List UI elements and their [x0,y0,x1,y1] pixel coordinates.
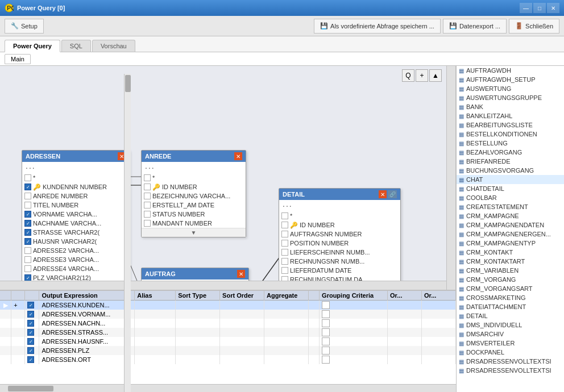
col-sort-order[interactable]: Sort Order [220,291,264,301]
col-aggregate[interactable]: Aggregate [264,291,309,301]
row-aggregate[interactable] [264,310,309,319]
table-row[interactable]: * [279,211,400,220]
row-grouping[interactable] [320,346,388,355]
data-export-button[interactable]: 💾 Datenexport ... [443,19,507,34]
canvas-vscrollbar[interactable] [446,66,455,290]
output-row[interactable]: ✓ ADRESSEN.STRASS... [0,328,456,337]
row-checkbox[interactable] [144,220,151,227]
row-check[interactable]: ✓ [25,319,39,328]
row-checkbox[interactable]: ✓ [24,211,31,218]
sidebar-item[interactable]: ▦ CRM_VORGANGSART [457,284,564,293]
sidebar-item[interactable]: ▦ DMSVERTEILER [457,339,564,348]
output-row[interactable]: ✓ ADRESSEN.NACHN... [0,319,456,328]
row-grouping[interactable] [320,319,388,328]
row-checkbox[interactable] [281,231,288,237]
table-row[interactable]: 🔑 ID NUMBER [279,220,400,230]
row-checkbox[interactable] [144,193,151,199]
sidebar-item[interactable]: ▦ DRSADRESSENVOLLTEXTSI [457,366,564,375]
detail-close-button[interactable]: ✕ [379,190,387,198]
sidebar-item-detail[interactable]: ▦ DETAIL [457,311,564,320]
row-grouping[interactable] [320,328,388,337]
col-output-expression[interactable]: Output Expression [39,291,135,301]
row-check[interactable]: ✓ [25,310,39,319]
sidebar-item[interactable]: ▦ AUSWERTUNGSGRUPPE [457,93,564,102]
sidebar-item[interactable]: ▦ CRM_KAMPAGNE [457,211,564,220]
table-row[interactable]: 🔑 ID NUMBER [142,182,246,191]
sidebar-item[interactable]: ▦ BESTELLUNG [457,139,564,148]
table-row[interactable]: ✓ STRASSE VARCHAR2( [22,228,129,237]
search-canvas-button[interactable]: Q [402,69,414,82]
tab-vorschau[interactable]: Vorschau [92,40,135,52]
sidebar-item[interactable]: ▦ DOCKPANEL [457,348,564,357]
tab-power-query[interactable]: Power Query [5,40,60,52]
output-hscrollbar[interactable] [0,384,456,392]
row-expand[interactable] [11,310,25,319]
sidebar-item[interactable]: ▦ CRM_KONTAKT [457,248,564,257]
row-checkbox[interactable]: ✓ [24,184,31,190]
table-row[interactable]: TITEL NUMBER [22,201,129,210]
table-row[interactable]: RECHNUNGSNR NUMB... [279,257,400,266]
table-row[interactable]: BEZEICHNUNG VARCHA... [142,191,246,201]
row-check[interactable]: ✓ [25,337,39,346]
row-sort-order[interactable] [220,310,264,319]
row-checkbox[interactable] [24,174,31,181]
output-row[interactable]: ✓ ADRESSEN.VORNAM... [0,310,456,319]
output-row[interactable]: ▶ + ✓ ADRESSEN.KUNDEN... [0,301,456,310]
sidebar-item[interactable]: ▦ CREATESTATEMENT [457,202,564,211]
table-row[interactable]: AUFTRAGSNR NUMBER [279,230,400,239]
maximize-button[interactable]: □ [533,3,546,13]
row-checkbox[interactable] [144,202,151,208]
sidebar-item[interactable]: ▦ DATEIATTACHMENT [457,302,564,311]
anrede-close-button[interactable]: ✕ [234,152,242,160]
row-checkbox[interactable]: ✓ [24,229,31,236]
sidebar-item[interactable]: ▦ CRM_KAMPAGNENTYP [457,239,564,248]
close-button[interactable]: 🚪 Schließen [509,19,559,34]
table-row[interactable]: ✓ HAUSNR VARCHAR2( [22,237,129,246]
table-row[interactable]: LIEFERDATUM DATE [279,266,400,275]
sidebar-item[interactable]: ▦ AUFTRAGWDH [457,66,564,75]
row-checkbox[interactable] [281,267,288,274]
row-checkbox[interactable] [24,193,31,199]
col-grouping[interactable]: Grouping Criteria [320,291,388,301]
row-expand[interactable] [11,319,25,328]
table-row[interactable]: MANDANT NUMBER [142,219,246,228]
row-checkbox[interactable] [281,212,288,219]
tab-sql[interactable]: SQL [61,40,91,52]
table-row[interactable]: ✓ 🔑 KUNDENNR NUMBER [22,182,129,191]
row-checkbox[interactable] [24,247,31,254]
row-alias[interactable] [135,310,176,319]
window-close-button[interactable]: ✕ [547,3,559,13]
sidebar-item[interactable]: ▦ AUFTRAGWDH_SETUP [457,75,564,84]
row-or1[interactable] [388,301,422,310]
table-row[interactable]: LIEFERSCHEINNR NUMB... [279,248,400,257]
row-checkbox[interactable] [24,202,31,208]
minimize-button[interactable]: — [520,3,532,13]
row-checkbox[interactable] [24,256,31,263]
output-row[interactable]: ✓ ADRESSEN.HAUSNF... [0,337,456,346]
auftrag-close-button[interactable]: ✕ [237,270,245,278]
save-query-button[interactable]: 💾 Als vordefinierte Abfrage speichern ..… [314,19,441,34]
col-sort-type[interactable]: Sort Type [176,291,220,301]
table-row[interactable]: ✓ VORNAME VARCHA... [22,210,129,219]
row-check[interactable]: ✓ [25,346,39,355]
row-sort-type[interactable] [176,310,220,319]
sidebar-item[interactable]: ▦ AUSWERTUNG [457,84,564,93]
table-row[interactable]: * [22,173,129,182]
scroll-up-button[interactable]: ▲ [429,69,442,82]
sidebar-item[interactable]: ▦ BUCHUNGSVORGANG [457,166,564,175]
row-grouping[interactable] [320,355,388,364]
table-row[interactable]: ADRESSE2 VARCHA... [22,246,129,255]
row-alias[interactable] [135,301,176,310]
sidebar-item[interactable]: ▦ BEZAHLVORGANG [457,148,564,157]
row-check[interactable]: ✓ [25,355,39,364]
row-checkbox[interactable] [281,240,288,247]
row-sort-type[interactable] [176,301,220,310]
setup-button[interactable]: 🔧 Setup [5,19,44,34]
row-or2[interactable] [421,310,455,319]
table-row[interactable]: ANREDE NUMBER [22,191,129,201]
row-aggregate[interactable] [264,301,309,310]
sidebar-item[interactable]: ▦ DRSADRESSENVOLLTEXTSI [457,357,564,366]
table-row[interactable]: ERSTELLT_AM DATE [142,201,246,210]
sidebar-item[interactable]: ▦ DMS_INDIVIDUELL [457,320,564,330]
row-checkbox[interactable] [144,174,151,181]
